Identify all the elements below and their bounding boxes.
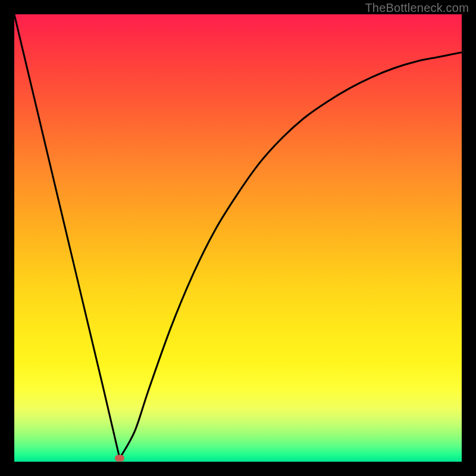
attribution-text: TheBottleneck.com <box>365 1 469 15</box>
bottleneck-curve <box>14 14 462 462</box>
chart-frame: TheBottleneck.com <box>0 0 476 476</box>
minimum-marker <box>115 455 124 461</box>
plot-area <box>14 14 462 462</box>
